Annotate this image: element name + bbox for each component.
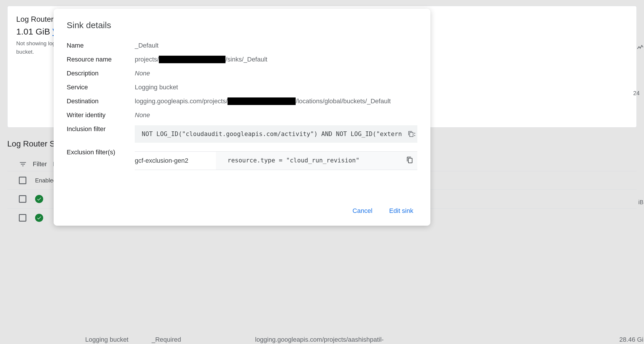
edit-sink-button[interactable]: Edit sink — [388, 205, 414, 217]
exclusion-code-text: resource.type = "cloud_run_revision" — [228, 157, 359, 164]
copy-icon — [408, 131, 414, 137]
label-writer-identity: Writer identity — [67, 111, 135, 119]
cancel-button[interactable]: Cancel — [351, 205, 373, 217]
exclusion-filter-name: gcf-exclusion-gen2 — [135, 152, 216, 170]
label-inclusion-filter: Inclusion filter — [67, 125, 135, 133]
destination-suffix: /locations/global/buckets/_Default — [296, 97, 391, 105]
row-exclusion-filters: Exclusion filter(s) gcf-exclusion-gen2 r… — [67, 149, 417, 170]
value-destination: logging.googleapis.com/projects//locatio… — [135, 97, 417, 105]
inclusion-filter-text: NOT LOG_ID("cloudaudit.googleapis.com/ac… — [142, 131, 416, 137]
row-destination: Destination logging.googleapis.com/proje… — [67, 97, 417, 109]
exclusion-filter-code: resource.type = "cloud_run_revision" — [216, 152, 417, 170]
exclusion-container: gcf-exclusion-gen2 resource.type = "clou… — [135, 149, 417, 170]
exclusion-filter-row: gcf-exclusion-gen2 resource.type = "clou… — [135, 151, 417, 170]
modal-title: Sink details — [67, 20, 417, 30]
resource-suffix: /sinks/_Default — [225, 56, 267, 63]
label-resource-name: Resource name — [67, 56, 135, 63]
row-description: Description None — [67, 70, 417, 81]
destination-prefix: logging.googleapis.com/projects/ — [135, 97, 228, 105]
row-resource-name: Resource name projects//sinks/_Default — [67, 56, 417, 67]
value-resource-name: projects//sinks/_Default — [135, 56, 417, 63]
sink-details-modal: Sink details Name _Default Resource name… — [54, 9, 430, 226]
copy-inclusion-button[interactable] — [406, 130, 414, 138]
copy-icon — [406, 157, 413, 164]
label-description: Description — [67, 70, 135, 77]
modal-overlay: Sink details Name _Default Resource name… — [0, 0, 644, 344]
row-service: Service Logging bucket — [67, 84, 417, 95]
row-inclusion-filter: Inclusion filter NOT LOG_ID("cloudaudit.… — [67, 125, 417, 143]
row-writer-identity: Writer identity None — [67, 111, 417, 123]
value-writer-identity: None — [135, 111, 417, 119]
value-description: None — [135, 70, 417, 77]
resource-prefix: projects/ — [135, 56, 159, 63]
copy-exclusion-button[interactable] — [406, 157, 413, 165]
modal-actions: Cancel Edit sink — [67, 205, 417, 217]
label-destination: Destination — [67, 97, 135, 105]
value-name: _Default — [135, 42, 417, 49]
label-service: Service — [67, 84, 135, 91]
redacted-block — [228, 97, 296, 105]
row-name: Name _Default — [67, 42, 417, 53]
value-service: Logging bucket — [135, 84, 417, 91]
inclusion-filter-code: NOT LOG_ID("cloudaudit.googleapis.com/ac… — [135, 125, 417, 143]
label-name: Name — [67, 42, 135, 49]
redacted-block — [159, 56, 225, 63]
label-exclusion-filters: Exclusion filter(s) — [67, 149, 135, 156]
